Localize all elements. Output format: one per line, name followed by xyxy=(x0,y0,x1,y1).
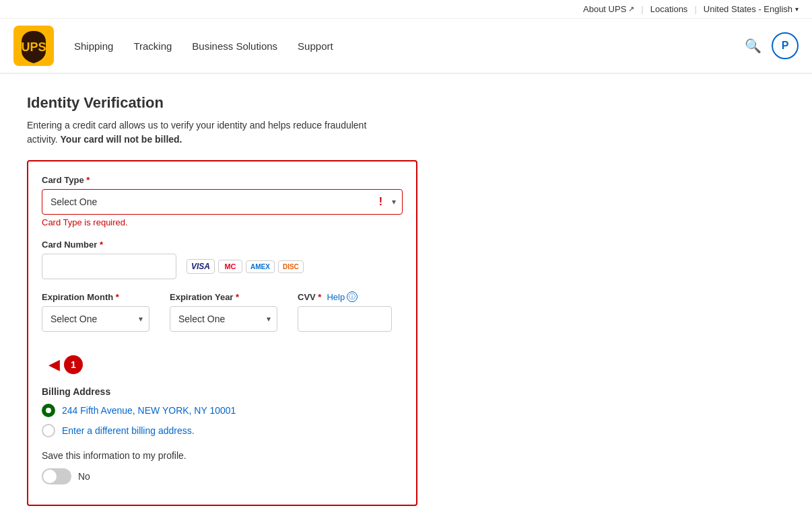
about-ups-text: About UPS xyxy=(583,4,626,14)
required-star5: * xyxy=(318,292,321,302)
mastercard-icon: MC xyxy=(218,260,242,273)
card-type-error-message: Card Type is required. xyxy=(42,217,403,227)
form-card: Card Type * Select One Visa Mastercard A… xyxy=(27,160,417,506)
locale-text: United States - English xyxy=(704,4,792,14)
required-star2: * xyxy=(100,240,103,250)
about-ups-link[interactable]: About UPS ↗ xyxy=(583,4,634,14)
save-label: Save this information to my profile. xyxy=(42,449,403,463)
info-icon: ⓘ xyxy=(347,291,358,302)
cvv-group: CVV * Help ⓘ xyxy=(298,291,392,332)
card-number-input[interactable] xyxy=(42,254,176,279)
card-type-label: Card Type * xyxy=(42,175,403,185)
toggle-knob xyxy=(43,470,57,483)
cvv-help-link[interactable]: Help ⓘ xyxy=(327,291,358,302)
search-button[interactable]: 🔍 xyxy=(745,38,762,54)
card-number-label: Card Number * xyxy=(42,240,403,250)
expiry-cvv-group: Expiration Month * Select One 010203 040… xyxy=(42,291,403,374)
card-number-row: VISA MC AMEX DISC xyxy=(42,254,403,279)
top-bar: About UPS ↗ | Locations | United States … xyxy=(0,0,812,19)
external-link-icon: ↗ xyxy=(628,5,634,13)
divider1: | xyxy=(641,4,643,14)
main-nav: UPS Shipping Tracking Business Solutions… xyxy=(0,19,812,74)
expiry-month-label-text: Expiration Month xyxy=(42,292,113,302)
required-star4: * xyxy=(236,292,239,302)
radio-selected-icon xyxy=(42,404,55,417)
card-icons: VISA MC AMEX DISC xyxy=(187,259,304,274)
billing-different-text: Enter a different billing address. xyxy=(62,425,195,436)
annotation1-wrapper: ◀ 1 xyxy=(48,355,83,374)
billing-title: Billing Address xyxy=(42,386,403,397)
expiry-year-label: Expiration Year * xyxy=(170,292,277,302)
cvv-label: CVV * xyxy=(298,292,321,302)
card-number-label-text: Card Number xyxy=(42,240,97,250)
nav-tracking[interactable]: Tracking xyxy=(133,40,172,52)
error-icon: ! xyxy=(379,196,382,208)
amex-icon: AMEX xyxy=(246,260,275,273)
billing-different-option[interactable]: Enter a different billing address. xyxy=(42,424,403,437)
billing-address-option[interactable]: 244 Fifth Avenue, NEW YORK, NY 10001 xyxy=(42,404,403,417)
expiry-month-wrapper: Select One 010203 040506 070809 101112 ▾ xyxy=(42,306,149,332)
visa-icon: VISA xyxy=(187,259,215,274)
locale-selector[interactable]: United States - English ▾ xyxy=(704,4,799,14)
arrow-left-icon: ◀ xyxy=(48,356,60,373)
divider2: | xyxy=(694,4,696,14)
nav-shipping[interactable]: Shipping xyxy=(74,40,113,52)
page-subtitle: Entering a credit card allows us to veri… xyxy=(27,118,377,147)
locations-text: Locations xyxy=(650,4,688,14)
radio-unselected-icon xyxy=(42,424,55,437)
user-avatar[interactable]: P xyxy=(772,32,799,59)
card-number-group: Card Number * VISA MC AMEX DISC xyxy=(42,240,403,279)
discover-icon: DISC xyxy=(278,260,304,273)
expiry-month-group: Expiration Month * Select One 010203 040… xyxy=(42,292,149,332)
expiry-cvv-row: Expiration Month * Select One 010203 040… xyxy=(42,291,403,374)
cvv-help-text: Help xyxy=(327,292,345,302)
search-icon: 🔍 xyxy=(745,38,762,53)
expiry-year-wrapper: Select One 202420252026 202720282029 203… xyxy=(170,306,277,332)
expiry-month-select[interactable]: Select One 010203 040506 070809 101112 xyxy=(42,306,149,332)
card-type-wrapper: Select One Visa Mastercard American Expr… xyxy=(42,189,403,215)
chevron-down-icon: ▾ xyxy=(795,5,799,13)
user-initial: P xyxy=(782,40,789,52)
nav-actions: 🔍 P xyxy=(745,32,799,59)
subtitle-part2: Your card will not be billed. xyxy=(61,134,182,145)
svg-text:UPS: UPS xyxy=(21,40,46,54)
nav-support[interactable]: Support xyxy=(298,40,333,52)
nav-business-solutions[interactable]: Business Solutions xyxy=(192,40,277,52)
ups-logo[interactable]: UPS xyxy=(13,26,54,66)
save-toggle[interactable] xyxy=(42,468,71,484)
expiry-year-label-text: Expiration Year xyxy=(170,292,233,302)
toggle-label-text: No xyxy=(78,471,90,482)
expiry-year-group: Expiration Year * Select One 20242025202… xyxy=(170,292,277,332)
page-content: Identity Verification Entering a credit … xyxy=(0,74,471,508)
card-type-label-text: Card Type xyxy=(42,175,84,185)
required-star: * xyxy=(86,175,90,185)
annotation-badge-1: 1 xyxy=(64,355,83,374)
billing-address-text: 244 Fifth Avenue, NEW YORK, NY 10001 xyxy=(62,405,236,416)
save-section: Save this information to my profile. No xyxy=(42,449,403,484)
cvv-label-row: CVV * Help ⓘ xyxy=(298,291,392,302)
nav-links: Shipping Tracking Business Solutions Sup… xyxy=(74,40,745,52)
page-title: Identity Verification xyxy=(27,94,444,112)
card-type-select[interactable]: Select One Visa Mastercard American Expr… xyxy=(42,189,403,215)
locations-link[interactable]: Locations xyxy=(650,4,688,14)
required-star3: * xyxy=(116,292,119,302)
billing-section: Billing Address 244 Fifth Avenue, NEW YO… xyxy=(42,386,403,437)
cvv-input[interactable] xyxy=(298,306,392,332)
cvv-label-text: CVV xyxy=(298,292,316,302)
toggle-row: No xyxy=(42,468,403,484)
expiry-year-select[interactable]: Select One 202420252026 202720282029 203… xyxy=(170,306,277,332)
card-type-group: Card Type * Select One Visa Mastercard A… xyxy=(42,175,403,227)
expiry-month-label: Expiration Month * xyxy=(42,292,149,302)
